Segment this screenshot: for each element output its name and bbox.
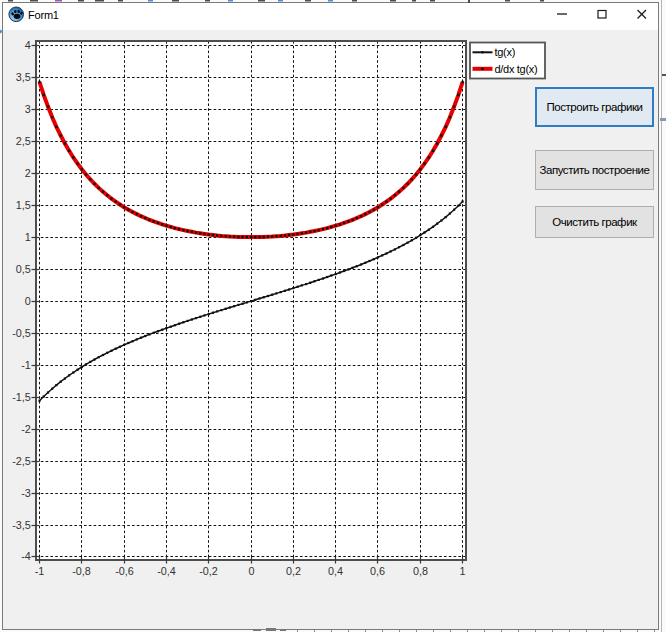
svg-text:4: 4 bbox=[25, 39, 31, 51]
svg-text:-0,2: -0,2 bbox=[199, 565, 218, 577]
svg-text:-3: -3 bbox=[21, 487, 31, 499]
svg-text:-1: -1 bbox=[21, 359, 31, 371]
svg-text:1,5: 1,5 bbox=[16, 199, 31, 211]
svg-text:0,6: 0,6 bbox=[370, 565, 385, 577]
svg-text:0,5: 0,5 bbox=[16, 263, 31, 275]
svg-text:1: 1 bbox=[25, 231, 31, 243]
svg-text:0,4: 0,4 bbox=[328, 565, 343, 577]
svg-text:2,5: 2,5 bbox=[16, 135, 31, 147]
svg-text:0: 0 bbox=[25, 295, 31, 307]
svg-text:0: 0 bbox=[248, 565, 254, 577]
svg-text:3: 3 bbox=[25, 103, 31, 115]
svg-text:-3,5: -3,5 bbox=[12, 519, 31, 531]
svg-text:3,5: 3,5 bbox=[16, 71, 31, 83]
svg-text:-0,4: -0,4 bbox=[157, 565, 176, 577]
svg-text:-1,5: -1,5 bbox=[12, 391, 31, 403]
svg-text:-4: -4 bbox=[21, 550, 31, 562]
svg-text:1: 1 bbox=[459, 565, 465, 577]
svg-text:-2: -2 bbox=[21, 423, 31, 435]
svg-text:d/dx tg(x): d/dx tg(x) bbox=[495, 63, 538, 75]
svg-text:-1: -1 bbox=[35, 565, 45, 577]
svg-text:-0,5: -0,5 bbox=[12, 327, 31, 339]
svg-text:tg(x): tg(x) bbox=[495, 46, 516, 58]
svg-text:0,8: 0,8 bbox=[413, 565, 428, 577]
svg-text:-0,6: -0,6 bbox=[115, 565, 134, 577]
svg-text:-2,5: -2,5 bbox=[12, 455, 31, 467]
svg-text:0,2: 0,2 bbox=[286, 565, 301, 577]
svg-text:2: 2 bbox=[25, 167, 31, 179]
svg-text:-0,8: -0,8 bbox=[72, 565, 91, 577]
